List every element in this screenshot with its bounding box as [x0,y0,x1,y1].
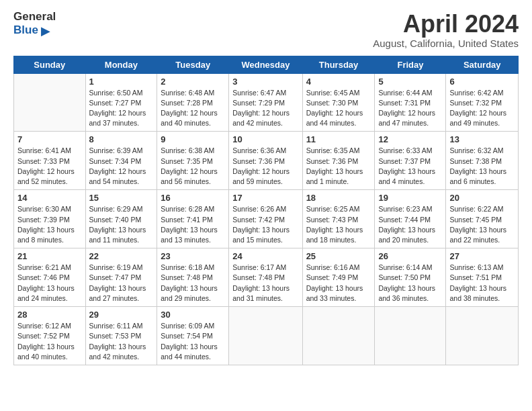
calendar-cell [446,307,519,365]
day-number: 18 [306,193,371,203]
day-detail: Sunrise: 6:44 AMSunset: 7:31 PMDaylight:… [378,88,442,129]
calendar-table: Sunday Monday Tuesday Wednesday Thursday… [13,56,519,365]
col-friday: Friday [375,56,446,73]
calendar-cell: 8Sunrise: 6:39 AMSunset: 7:34 PMDaylight… [85,132,157,190]
logo-general: General [13,11,56,24]
day-number: 29 [89,310,154,320]
day-number: 25 [306,251,371,261]
day-detail: Sunrise: 6:25 AMSunset: 7:43 PMDaylight:… [306,204,371,245]
day-detail: Sunrise: 6:28 AMSunset: 7:41 PMDaylight:… [161,204,225,245]
calendar-cell: 20Sunrise: 6:22 AMSunset: 7:45 PMDayligh… [446,190,519,248]
calendar-cell: 9Sunrise: 6:38 AMSunset: 7:35 PMDaylight… [157,132,229,190]
day-number: 19 [378,193,442,203]
calendar-cell [229,307,302,365]
calendar-cell: 28Sunrise: 6:12 AMSunset: 7:52 PMDayligh… [14,307,86,365]
day-number: 15 [89,193,154,203]
day-detail: Sunrise: 6:39 AMSunset: 7:34 PMDaylight:… [89,146,154,187]
day-detail: Sunrise: 6:38 AMSunset: 7:35 PMDaylight:… [161,146,225,187]
day-number: 4 [306,77,371,87]
day-number: 5 [378,77,442,87]
calendar-cell: 30Sunrise: 6:09 AMSunset: 7:54 PMDayligh… [157,307,229,365]
day-detail: Sunrise: 6:47 AMSunset: 7:29 PMDaylight:… [232,88,298,129]
calendar-cell [302,307,375,365]
calendar-cell: 26Sunrise: 6:14 AMSunset: 7:50 PMDayligh… [375,248,446,307]
calendar-week-row: 7Sunrise: 6:41 AMSunset: 7:33 PMDaylight… [14,132,519,190]
day-detail: Sunrise: 6:18 AMSunset: 7:48 PMDaylight:… [161,263,225,304]
col-sunday: Sunday [14,56,86,73]
calendar-cell: 23Sunrise: 6:18 AMSunset: 7:48 PMDayligh… [157,248,229,307]
day-number: 12 [378,134,442,144]
calendar-cell: 2Sunrise: 6:48 AMSunset: 7:28 PMDaylight… [157,73,229,132]
calendar-week-row: 28Sunrise: 6:12 AMSunset: 7:52 PMDayligh… [14,307,519,365]
calendar-cell: 11Sunrise: 6:35 AMSunset: 7:36 PMDayligh… [302,132,375,190]
day-number: 1 [89,77,154,87]
calendar-cell: 21Sunrise: 6:21 AMSunset: 7:46 PMDayligh… [14,248,86,307]
calendar-cell: 27Sunrise: 6:13 AMSunset: 7:51 PMDayligh… [446,248,519,307]
day-number: 2 [161,77,225,87]
day-number: 24 [232,251,298,261]
logo: General Blue ▶ [13,11,56,38]
day-number: 22 [89,251,154,261]
day-detail: Sunrise: 6:19 AMSunset: 7:47 PMDaylight:… [89,263,154,304]
calendar-cell: 14Sunrise: 6:30 AMSunset: 7:39 PMDayligh… [14,190,86,248]
calendar-cell: 10Sunrise: 6:36 AMSunset: 7:36 PMDayligh… [229,132,302,190]
calendar-cell: 12Sunrise: 6:33 AMSunset: 7:37 PMDayligh… [375,132,446,190]
day-number: 28 [17,310,82,320]
day-number: 27 [449,251,515,261]
calendar-cell: 6Sunrise: 6:42 AMSunset: 7:32 PMDaylight… [446,73,519,132]
calendar-cell: 15Sunrise: 6:29 AMSunset: 7:40 PMDayligh… [85,190,157,248]
day-detail: Sunrise: 6:11 AMSunset: 7:53 PMDaylight:… [89,321,154,362]
calendar-cell: 1Sunrise: 6:50 AMSunset: 7:27 PMDaylight… [85,73,157,132]
day-number: 8 [89,134,154,144]
day-detail: Sunrise: 6:42 AMSunset: 7:32 PMDaylight:… [449,88,515,129]
day-detail: Sunrise: 6:50 AMSunset: 7:27 PMDaylight:… [89,88,154,129]
logo-blue: Blue [13,24,38,37]
main-title: April 2024 [373,11,519,38]
day-detail: Sunrise: 6:09 AMSunset: 7:54 PMDaylight:… [161,321,225,362]
header: General Blue ▶ April 2024 August, Califo… [13,11,519,49]
day-detail: Sunrise: 6:17 AMSunset: 7:48 PMDaylight:… [232,263,298,304]
day-number: 6 [449,77,515,87]
calendar-cell: 22Sunrise: 6:19 AMSunset: 7:47 PMDayligh… [85,248,157,307]
day-number: 13 [449,134,515,144]
day-detail: Sunrise: 6:48 AMSunset: 7:28 PMDaylight:… [161,88,225,129]
day-detail: Sunrise: 6:12 AMSunset: 7:52 PMDaylight:… [17,321,82,362]
calendar-cell: 18Sunrise: 6:25 AMSunset: 7:43 PMDayligh… [302,190,375,248]
calendar-cell: 24Sunrise: 6:17 AMSunset: 7:48 PMDayligh… [229,248,302,307]
day-detail: Sunrise: 6:45 AMSunset: 7:30 PMDaylight:… [306,88,371,129]
calendar-week-row: 1Sunrise: 6:50 AMSunset: 7:27 PMDaylight… [14,73,519,132]
calendar-cell [375,307,446,365]
logo-icon: General Blue ▶ [13,11,56,38]
calendar-week-row: 14Sunrise: 6:30 AMSunset: 7:39 PMDayligh… [14,190,519,248]
day-detail: Sunrise: 6:41 AMSunset: 7:33 PMDaylight:… [17,146,82,187]
col-saturday: Saturday [446,56,519,73]
logo-bird-icon: ▶ [41,24,50,38]
calendar-cell: 5Sunrise: 6:44 AMSunset: 7:31 PMDaylight… [375,73,446,132]
day-number: 23 [161,251,225,261]
day-detail: Sunrise: 6:36 AMSunset: 7:36 PMDaylight:… [232,146,298,187]
calendar-header-row: Sunday Monday Tuesday Wednesday Thursday… [14,56,519,73]
calendar-cell: 13Sunrise: 6:32 AMSunset: 7:38 PMDayligh… [446,132,519,190]
day-detail: Sunrise: 6:14 AMSunset: 7:50 PMDaylight:… [378,263,442,304]
calendar-cell: 4Sunrise: 6:45 AMSunset: 7:30 PMDaylight… [302,73,375,132]
day-detail: Sunrise: 6:29 AMSunset: 7:40 PMDaylight:… [89,204,154,245]
day-detail: Sunrise: 6:23 AMSunset: 7:44 PMDaylight:… [378,204,442,245]
day-detail: Sunrise: 6:35 AMSunset: 7:36 PMDaylight:… [306,146,371,187]
day-detail: Sunrise: 6:33 AMSunset: 7:37 PMDaylight:… [378,146,442,187]
day-number: 14 [17,193,82,203]
day-number: 10 [232,134,298,144]
day-detail: Sunrise: 6:26 AMSunset: 7:42 PMDaylight:… [232,204,298,245]
calendar-cell: 29Sunrise: 6:11 AMSunset: 7:53 PMDayligh… [85,307,157,365]
day-detail: Sunrise: 6:13 AMSunset: 7:51 PMDaylight:… [449,263,515,304]
calendar-cell: 7Sunrise: 6:41 AMSunset: 7:33 PMDaylight… [14,132,86,190]
calendar-cell: 3Sunrise: 6:47 AMSunset: 7:29 PMDaylight… [229,73,302,132]
calendar-week-row: 21Sunrise: 6:21 AMSunset: 7:46 PMDayligh… [14,248,519,307]
day-number: 7 [17,134,82,144]
day-detail: Sunrise: 6:22 AMSunset: 7:45 PMDaylight:… [449,204,515,245]
day-number: 17 [232,193,298,203]
day-detail: Sunrise: 6:30 AMSunset: 7:39 PMDaylight:… [17,204,82,245]
day-number: 30 [161,310,225,320]
calendar-cell: 17Sunrise: 6:26 AMSunset: 7:42 PMDayligh… [229,190,302,248]
col-monday: Monday [85,56,157,73]
col-tuesday: Tuesday [157,56,229,73]
